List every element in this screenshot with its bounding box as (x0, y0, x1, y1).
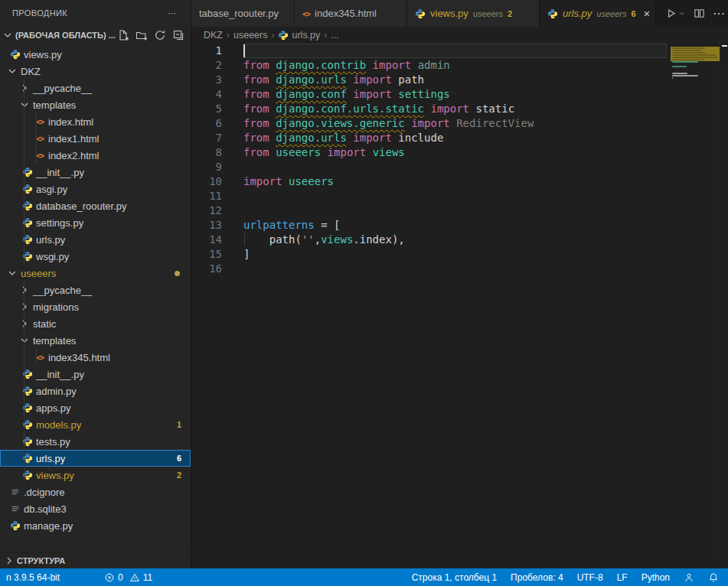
line-number[interactable]: 16 (191, 262, 225, 276)
outline-section-header[interactable]: СТРУКТУРА (0, 552, 191, 568)
line-number[interactable]: 3 (191, 73, 225, 87)
minimap-line (672, 52, 705, 54)
line-number[interactable]: 9 (191, 160, 225, 174)
breadcrumb-item-...[interactable]: ... (331, 30, 338, 41)
tab-urls.py[interactable]: urls.pyuseeers6× (540, 0, 656, 27)
tab-tabase_roouter.py[interactable]: tabase_roouter.py (191, 0, 295, 27)
tree-item-index345.html[interactable]: <>index345.html (0, 349, 191, 366)
more-actions-icon[interactable]: ⋯ (165, 5, 180, 21)
code-token: static (475, 103, 514, 115)
tree-item-templates[interactable]: templates (0, 332, 191, 349)
more-actions-icon[interactable]: ⋯ (713, 6, 725, 21)
cursor-position-item[interactable]: Строка 1, столбец 1 (407, 568, 501, 586)
tab-label: urls.py (563, 8, 592, 19)
close-icon[interactable]: × (644, 8, 651, 19)
run-button[interactable] (665, 8, 686, 19)
refresh-icon[interactable] (152, 28, 168, 43)
line-number[interactable]: 15 (191, 247, 225, 262)
tree-item-templates[interactable]: templates (0, 96, 191, 113)
tab-views.py[interactable]: views.pyuseeers2 (407, 0, 540, 27)
chevron-right-icon (18, 284, 31, 296)
feedback-icon[interactable] (679, 568, 699, 586)
cursor-position-label: Строка 1, столбец 1 (412, 572, 497, 583)
line-number[interactable]: 14 (191, 233, 225, 247)
tree-item-label: __pycache__ (33, 285, 92, 296)
indent-guide (24, 298, 24, 315)
python-icon (9, 49, 21, 60)
chevron-right-icon (18, 317, 31, 330)
tree-item-manage.py[interactable]: manage.py (0, 517, 191, 534)
problems-item[interactable]: 0 11 (100, 568, 157, 586)
code-token (282, 175, 289, 187)
indentation-item[interactable]: Пробелов: 4 (506, 568, 568, 586)
tree-item-index2.html[interactable]: <>index2.html (0, 147, 191, 164)
tree-item-apps.py[interactable]: apps.py (0, 399, 191, 416)
tree-item-__pycache__[interactable]: __pycache__ (0, 80, 191, 96)
tree-item-models.py[interactable]: models.py1 (0, 416, 191, 433)
breadcrumb-label: ... (331, 30, 338, 41)
chevron-right-icon (3, 555, 15, 567)
tree-item-.dcignore[interactable]: .dcignore (0, 483, 191, 500)
collapse-all-icon[interactable] (171, 28, 186, 43)
tree-item-useeers[interactable]: useeers (0, 265, 191, 282)
tree-item-urls.py[interactable]: urls.py6 (0, 450, 191, 467)
line-number[interactable]: 5 (191, 102, 225, 116)
tree-item-static[interactable]: static (0, 315, 191, 332)
error-icon (104, 572, 115, 583)
line-number[interactable]: 6 (191, 116, 225, 131)
line-number[interactable]: 2 (191, 58, 225, 73)
tab-index345.html[interactable]: <>index345.html (295, 0, 407, 27)
new-file-icon[interactable] (116, 28, 131, 43)
tree-item-settings.py[interactable]: settings.py (0, 214, 191, 231)
tree-item-urls.py[interactable]: urls.py (0, 231, 191, 248)
tree-item-index1.html[interactable]: <>index1.html (0, 130, 191, 147)
tree-item-views.py[interactable]: views.py (0, 46, 191, 63)
line-number[interactable]: 10 (191, 174, 225, 189)
overview-ruler[interactable] (720, 44, 728, 568)
tree-item-asgi.py[interactable]: asgi.py (0, 181, 191, 197)
tree-item-__init__.py[interactable]: __init__.py (0, 366, 191, 383)
editor-gutter[interactable]: 12345678910111213141516 (191, 44, 225, 568)
new-folder-icon[interactable] (134, 28, 149, 43)
minimap[interactable] (668, 44, 720, 568)
tree-item-views.py[interactable]: views.py2 (0, 467, 191, 483)
explorer-title-row: ПРОВОДНИК ⋯ (0, 0, 191, 26)
workspace-section-header[interactable]: (РАБОЧАЯ ОБЛАСТЬ) ... (0, 26, 191, 44)
code-token: from (243, 88, 276, 100)
tree-item-admin.py[interactable]: admin.py (0, 383, 191, 399)
tree-item-migrations[interactable]: migrations (0, 298, 191, 315)
breadcrumb-item-urls.py[interactable]: urls.py (278, 30, 320, 41)
tree-item-__pycache__[interactable]: __pycache__ (0, 282, 191, 298)
tree-item-index.html[interactable]: <>index.html (0, 113, 191, 130)
code-token (411, 59, 417, 71)
code-content[interactable]: from django.contrib import adminfrom dja… (225, 44, 667, 568)
breadcrumb-item-dkz[interactable]: DKZ (204, 30, 223, 41)
split-editor-icon[interactable] (694, 8, 705, 19)
line-number[interactable]: 7 (191, 131, 225, 145)
line-number[interactable]: 12 (191, 203, 225, 218)
line-number[interactable]: 4 (191, 87, 225, 102)
line-number[interactable]: 11 (191, 189, 225, 203)
tree-item-db.sqlite3[interactable]: db.sqlite3 (0, 500, 191, 517)
line-number[interactable]: 8 (191, 145, 225, 160)
python-interpreter-item[interactable]: n 3.9.5 64-bit (2, 568, 64, 586)
tree-item-__init__.py[interactable]: __init__.py (0, 164, 191, 181)
tree-item-database_roouter.py[interactable]: database_roouter.py (0, 197, 191, 214)
code-token: django.urls (276, 73, 347, 86)
tree-item-tests.py[interactable]: tests.py (0, 433, 191, 450)
line-number[interactable]: 13 (191, 218, 225, 233)
eol-item[interactable]: LF (612, 568, 632, 586)
notifications-bell-icon[interactable] (704, 568, 723, 586)
tree-item-dkz[interactable]: DKZ (0, 63, 191, 80)
breadcrumb-item-useeers[interactable]: useeers (233, 30, 267, 41)
code-editor[interactable]: 12345678910111213141516 from django.cont… (191, 44, 728, 568)
breadcrumb-separator: › (324, 30, 327, 41)
tab-problems-badge: 2 (508, 9, 512, 18)
language-mode-item[interactable]: Python (637, 568, 674, 586)
line-number[interactable]: 1 (191, 44, 225, 58)
encoding-item[interactable]: UTF-8 (573, 568, 608, 586)
code-token (366, 59, 372, 71)
tree-item-wsgi.py[interactable]: wsgi.py (0, 248, 191, 265)
code-token: import (411, 117, 450, 129)
tree-item-label: asgi.py (36, 184, 67, 195)
